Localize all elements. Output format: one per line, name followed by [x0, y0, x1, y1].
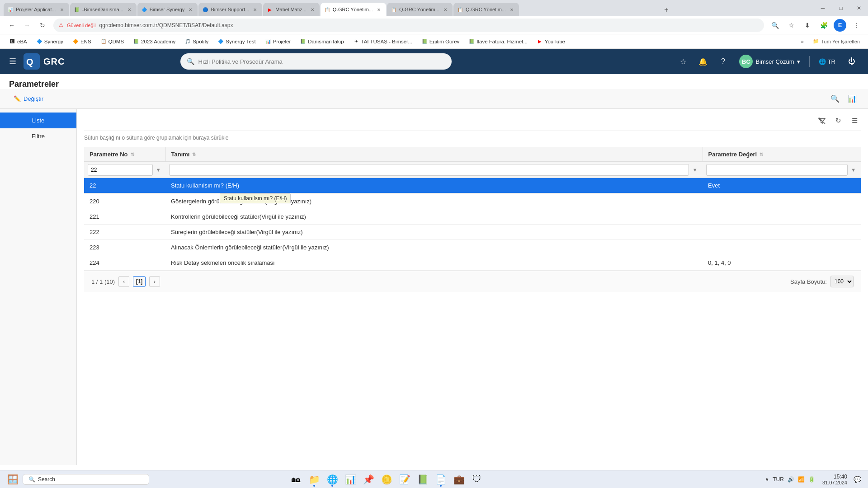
- col-header-deger[interactable]: Parametre Değeri ⇅: [703, 147, 861, 162]
- edit-button[interactable]: ✏️ Değiştir: [9, 93, 48, 104]
- table-row[interactable]: 223 Alınacak Önlemlerin görülebileceği s…: [84, 240, 861, 255]
- maximize-button[interactable]: □: [832, 0, 850, 16]
- bookmark-youtube[interactable]: ▶ YouTube: [533, 37, 569, 46]
- tab-close-bimser[interactable]: ✕: [126, 6, 133, 13]
- clock[interactable]: 15:40 31.07.2024: [822, 474, 847, 485]
- tab-bimser-danisma[interactable]: 📗 -BimserDanısma... ✕: [70, 3, 137, 16]
- bookmark-synergy[interactable]: 🔷 Synergy: [33, 37, 67, 46]
- tab-close-qgrc2[interactable]: ✕: [442, 6, 449, 13]
- language-button[interactable]: 🌐 TR: [815, 56, 839, 67]
- new-tab-button[interactable]: +: [660, 4, 673, 16]
- global-search-input[interactable]: [198, 58, 445, 65]
- bookmark-synergy-test[interactable]: 🔷 Synergy Test: [214, 37, 259, 46]
- bookmark-ilave[interactable]: 📗 İlave Fatura. Hizmet...: [465, 37, 531, 46]
- taskbar-onenote[interactable]: 📝: [396, 471, 413, 488]
- notification-button[interactable]: 💬: [851, 473, 863, 486]
- pagination-prev-button[interactable]: ‹: [118, 276, 129, 287]
- filter-icon-deger[interactable]: ▼: [849, 166, 857, 174]
- tab-qgrc-3[interactable]: 📋 Q-GRC Yönetim... ✕: [453, 3, 519, 16]
- filter-clear-button[interactable]: [816, 114, 828, 127]
- search-icon-button[interactable]: 🔍: [828, 92, 842, 106]
- hamburger-menu-button[interactable]: ☰: [9, 56, 16, 66]
- table-row[interactable]: 224 Risk Detay sekmeleri öncelik sıralam…: [84, 255, 861, 271]
- bookmark-2023academy[interactable]: 📗 2023 Academy: [129, 37, 179, 46]
- taskbar-teams[interactable]: 💼: [451, 471, 467, 488]
- back-button[interactable]: ←: [5, 19, 18, 32]
- menu-button[interactable]: ⋮: [850, 19, 863, 32]
- table-row[interactable]: 220 Göstergelerin görülebileceği statüle…: [84, 194, 861, 209]
- user-menu-button[interactable]: BC Bimser Çözüm ▾: [736, 53, 803, 70]
- export-excel-button[interactable]: 📊: [845, 92, 859, 106]
- chevron-up-icon[interactable]: ∧: [765, 476, 769, 483]
- taskbar-pin[interactable]: 📌: [360, 471, 377, 488]
- col-header-parametre-no[interactable]: Parametre No ⇅: [84, 147, 165, 162]
- taskbar-shield[interactable]: 🛡: [469, 471, 485, 488]
- tab-synergy[interactable]: 🔷 Bimser Synergy ✕: [137, 3, 198, 16]
- tab-qgrc-2[interactable]: 📋 Q-GRC Yönetim... ✕: [387, 3, 453, 16]
- tab-close-support[interactable]: ✕: [251, 6, 259, 13]
- tab-close-qgrc3[interactable]: ✕: [508, 6, 515, 13]
- taskbar-widgets[interactable]: 🏘: [288, 471, 304, 488]
- network-icon[interactable]: 📶: [798, 476, 805, 483]
- bookmark-ens[interactable]: 🔶 ENS: [69, 37, 95, 46]
- reload-button[interactable]: ↻: [36, 19, 49, 32]
- taskbar-browser[interactable]: 🌐: [324, 471, 340, 488]
- pagination-page-num[interactable]: [1]: [133, 276, 146, 287]
- bookmarks-more-button[interactable]: »: [798, 38, 807, 46]
- tab-close-qgrc-active[interactable]: ✕: [375, 6, 382, 13]
- bookmark-spotify[interactable]: 🎵 Spotify: [181, 37, 212, 46]
- column-settings-button[interactable]: ☰: [848, 114, 861, 127]
- taskbar-excel[interactable]: 📊: [342, 471, 359, 488]
- minimize-button[interactable]: ─: [814, 0, 832, 16]
- volume-icon[interactable]: 🔊: [788, 476, 794, 483]
- tab-close-projeler[interactable]: ✕: [58, 6, 66, 13]
- zoom-button[interactable]: 🔍: [769, 19, 781, 32]
- downloads-button[interactable]: ⬇: [801, 19, 814, 32]
- tab-close-synergy[interactable]: ✕: [187, 6, 194, 13]
- taskbar-word[interactable]: 📄: [433, 471, 449, 488]
- bookmarks-folder-button[interactable]: 📁 Tüm Yer İşaretleri: [810, 37, 863, 46]
- battery-icon[interactable]: 🔋: [808, 476, 815, 483]
- tab-mabel[interactable]: ▶ Mabel Matiz... ✕: [263, 3, 319, 16]
- url-bar[interactable]: ⚠ Güvenli değil qgrcdemo.bimser.com.tr/Q…: [53, 19, 764, 32]
- taskbar-search-bar[interactable]: 🔍 Search: [23, 474, 149, 485]
- start-button[interactable]: 🪟: [5, 471, 21, 488]
- filter-input-deger[interactable]: [706, 164, 848, 176]
- taskbar-excel2[interactable]: 📗: [415, 471, 431, 488]
- bookmark-danismantakip[interactable]: 📗 DanısmanTakip: [296, 37, 347, 46]
- filter-input-tanimi[interactable]: [169, 164, 689, 176]
- table-row[interactable]: 22 Statu kullanılsın mı? (E/H) Evet: [84, 178, 861, 193]
- close-window-button[interactable]: ✕: [850, 0, 868, 16]
- page-size-select[interactable]: 100 50 25: [830, 276, 854, 287]
- logout-button[interactable]: ⏻: [844, 54, 859, 69]
- forward-button[interactable]: →: [21, 19, 33, 32]
- notifications-button[interactable]: 🔔: [696, 54, 710, 69]
- refresh-button[interactable]: ↻: [832, 114, 844, 127]
- sidebar-item-liste[interactable]: Liste: [0, 113, 76, 128]
- table-row[interactable]: 221 Kontrollerin görülebileceği statüler…: [84, 209, 861, 225]
- tab-projeler[interactable]: 📊 Projeler Applicat... ✕: [4, 3, 69, 16]
- sidebar-item-filtre[interactable]: Filtre: [0, 128, 76, 144]
- help-button[interactable]: ?: [716, 54, 730, 69]
- favorites-button[interactable]: ☆: [676, 54, 690, 69]
- tab-support[interactable]: 🔵 Bimser Support... ✕: [198, 3, 262, 16]
- table-row[interactable]: Statu kullanılsın mı? (E/H): [84, 193, 861, 194]
- bookmark-egitim[interactable]: 📗 Eğitim Görev: [418, 37, 463, 46]
- bookmark-tai[interactable]: ✈ TAİ TUSAŞ - Bimser...: [349, 37, 416, 46]
- taskbar-file-explorer[interactable]: 📁: [306, 471, 322, 488]
- extensions-button[interactable]: 🧩: [817, 19, 830, 32]
- taskbar-app1[interactable]: 🪙: [378, 471, 395, 488]
- filter-icon-parametre-no[interactable]: ▼: [155, 166, 162, 174]
- bookmark-star-button[interactable]: ☆: [785, 19, 797, 32]
- app-logo[interactable]: Q GRC: [24, 53, 65, 70]
- col-header-tanimi[interactable]: Tanımı ⇅: [165, 147, 703, 162]
- profile-button[interactable]: E: [834, 19, 846, 32]
- pagination-next-button[interactable]: ›: [149, 276, 160, 287]
- global-search-bar[interactable]: 🔍: [180, 53, 452, 70]
- filter-icon-tanimi[interactable]: ▼: [691, 166, 699, 174]
- bookmark-projeler[interactable]: 📊 Projeler: [261, 37, 295, 46]
- table-row[interactable]: 222 Süreçlerin görülebileceği statüler(V…: [84, 225, 861, 240]
- filter-input-parametre-no[interactable]: [88, 164, 153, 176]
- bookmark-qdms[interactable]: 📋 QDMS: [97, 37, 128, 46]
- tab-qgrc-active[interactable]: 📋 Q-GRC Yönetim... ✕: [321, 3, 386, 16]
